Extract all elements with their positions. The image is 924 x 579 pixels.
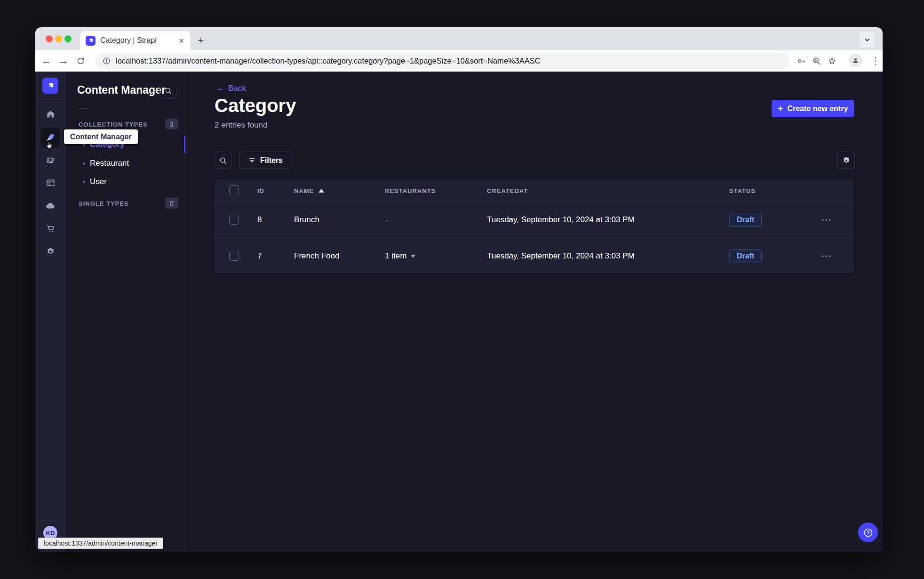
view-settings-gear-button[interactable] [837, 152, 855, 169]
single-types-label: SINGLE TYPES [79, 200, 129, 207]
traffic-light-close[interactable] [46, 35, 53, 42]
content-manager-tooltip: Content Manager [64, 129, 138, 144]
page-info-icon[interactable] [102, 56, 111, 65]
subnav-search-button[interactable] [159, 82, 176, 99]
create-new-entry-button[interactable]: + Create new entry [772, 100, 854, 117]
page-title: Category [215, 95, 296, 116]
strapi-favicon [86, 36, 96, 46]
cloud-icon[interactable] [40, 196, 60, 216]
address-bar[interactable]: localhost:1337/admin/content-manager/col… [96, 53, 789, 69]
browser-profile-avatar[interactable] [849, 54, 862, 67]
back-arrow-icon: ← [216, 84, 224, 93]
help-button[interactable]: ? [858, 523, 878, 542]
svg-text:?: ? [867, 530, 869, 535]
reload-button[interactable] [75, 55, 86, 66]
column-header-restaurants[interactable]: RESTAURANTS [385, 179, 436, 202]
row-checkbox[interactable] [229, 251, 239, 261]
password-key-icon[interactable] [796, 55, 807, 66]
back-button[interactable]: ← [41, 55, 52, 66]
browser-tab-strip: Category | Strapi × + [35, 27, 883, 50]
filters-button[interactable]: Filters [239, 152, 291, 169]
cell-createdat: Tuesday, September 10, 2024 at 3:03 PM [487, 238, 635, 274]
bookmark-star-icon[interactable] [826, 55, 837, 66]
status-badge-draft: Draft [729, 213, 762, 227]
zoom-icon[interactable] [811, 55, 822, 66]
active-item-indicator [184, 136, 185, 153]
status-bar-link-preview: localhost:1337/admin/content-manager [38, 538, 163, 549]
url-text: localhost:1337/admin/content-manager/col… [116, 56, 541, 65]
collection-types-badge: 3 [165, 119, 178, 129]
table-search-button[interactable] [214, 152, 231, 169]
strapi-logo[interactable] [42, 78, 58, 94]
rail-divider [35, 99, 65, 99]
cell-name: French Food [294, 238, 339, 274]
single-types-badge: 0 [165, 198, 178, 209]
desktop-background: Category | Strapi × + ← → localhost:1337… [0, 0, 924, 579]
traffic-light-zoom[interactable] [64, 35, 72, 42]
traffic-light-minimize[interactable] [55, 35, 62, 42]
hand-cursor-icon [44, 140, 54, 151]
subnav-item-user[interactable]: User [65, 172, 185, 191]
column-header-id[interactable]: ID [257, 179, 264, 202]
browser-window: Category | Strapi × + ← → localhost:1337… [35, 27, 883, 552]
sort-asc-icon [319, 189, 324, 193]
subnav-item-restaurant[interactable]: Restaurant [65, 154, 185, 173]
cell-restaurants: - [385, 202, 388, 238]
content-type-builder-icon[interactable] [40, 173, 60, 193]
cell-name: Brunch [294, 202, 319, 238]
subnav-divider [77, 108, 89, 109]
row-checkbox[interactable] [229, 215, 239, 225]
settings-gear-icon[interactable] [40, 241, 60, 261]
rail-divider [35, 520, 65, 521]
entries-table: ID NAME RESTAURANTS CREATEDAT STATUS 8 B… [214, 179, 854, 273]
status-badge-draft: Draft [729, 249, 762, 263]
chevron-down-icon [411, 255, 415, 258]
new-tab-button[interactable]: + [194, 34, 207, 47]
tab-close-icon[interactable]: × [178, 36, 185, 45]
browser-menu-kebab-icon[interactable]: ⋮ [870, 55, 881, 66]
column-header-createdat[interactable]: CREATEDAT [487, 179, 528, 202]
browser-toolbar: ← → localhost:1337/admin/content-manager… [35, 50, 883, 72]
entries-count: 2 entries found [215, 121, 267, 130]
marketplace-cart-icon[interactable] [40, 218, 60, 238]
bullet-icon [83, 181, 85, 183]
browser-tab-category[interactable]: Category | Strapi × [80, 31, 191, 50]
table-header-row: ID NAME RESTAURANTS CREATEDAT STATUS [214, 179, 854, 202]
subnav-title: Content Manager [77, 84, 166, 96]
forward-button[interactable]: → [58, 55, 69, 66]
row-actions-button[interactable]: ⋯ [821, 238, 832, 274]
column-header-name[interactable]: NAME [294, 179, 324, 202]
cell-id: 8 [257, 202, 262, 238]
cell-restaurants-expandable[interactable]: 1 item [385, 238, 415, 274]
column-header-status[interactable]: STATUS [729, 179, 756, 202]
collection-types-label: COLLECTION TYPES [79, 121, 148, 128]
plus-icon: + [778, 104, 783, 113]
table-row-french-food[interactable]: 7 French Food 1 item Tuesday, September … [214, 238, 854, 273]
home-icon[interactable] [40, 104, 60, 124]
tab-search-chevron-icon[interactable] [859, 32, 875, 48]
row-actions-button[interactable]: ⋯ [821, 202, 832, 238]
media-library-icon[interactable] [40, 150, 60, 170]
cell-createdat: Tuesday, September 10, 2024 at 3:03 PM [487, 202, 635, 238]
table-row-brunch[interactable]: 8 Brunch - Tuesday, September 10, 2024 a… [214, 202, 854, 238]
cell-id: 7 [257, 238, 262, 274]
back-link[interactable]: ← Back [216, 84, 246, 93]
bullet-icon [83, 162, 85, 165]
tab-title: Category | Strapi [100, 36, 178, 45]
select-all-checkbox[interactable] [229, 185, 239, 195]
strapi-admin: KD Content Manager COLLECTION TYPES 3 Ca… [35, 72, 883, 552]
filter-icon [248, 156, 256, 164]
